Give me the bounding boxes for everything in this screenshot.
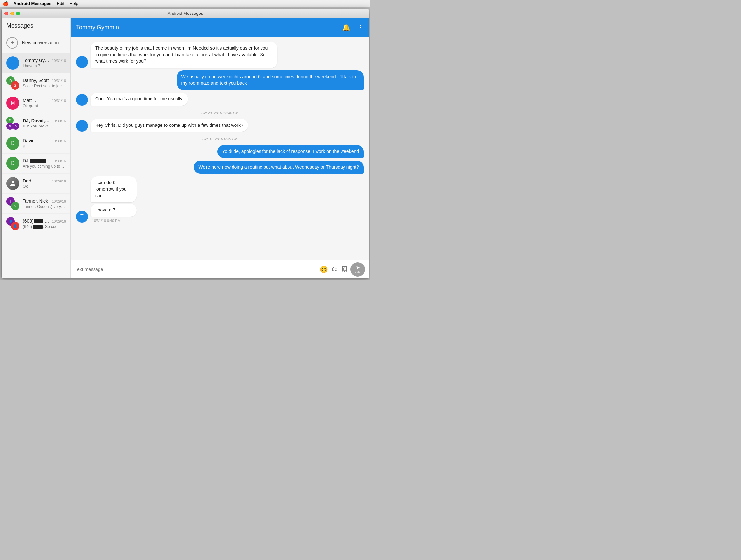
- avatar-matt: M: [6, 97, 19, 110]
- bubble-7b: I have a 7: [90, 203, 137, 217]
- conv-info-608-646: (608) (646)... 10/29/16 (646) : So cool!…: [23, 219, 66, 229]
- bubble-6: We're here now doing a routine but what …: [194, 161, 363, 174]
- bubble-1: The beauty of my job is that I come in w…: [90, 42, 277, 68]
- conv-preview-dad: Ok: [23, 184, 66, 189]
- msg-avatar-3: T: [76, 94, 88, 106]
- bubble-7a: I can do 6 tomorrow if you can: [90, 176, 137, 202]
- conv-item-dad[interactable]: Dad 10/29/16 Ok: [2, 174, 70, 194]
- conv-preview-david: K: [23, 144, 66, 148]
- conv-time-608-646: 10/29/16: [52, 220, 66, 223]
- message-row-2: We usually go on weeknights around 6, an…: [76, 70, 363, 90]
- redacted-matt: [33, 99, 50, 103]
- conv-preview-matt: Ok great: [23, 104, 66, 108]
- send-arrow-icon: ➤: [356, 265, 360, 270]
- conv-time-dj-david: 10/30/16: [52, 119, 66, 123]
- msg-meta-7: 10/31/16 6:40 PM: [90, 219, 162, 223]
- message-row-1: T The beauty of my job is that I come in…: [76, 42, 363, 68]
- window-titlebar: Android Messages: [2, 9, 369, 18]
- sidebar-more-icon[interactable]: ⋮: [60, 22, 66, 29]
- conv-info-matt: Matt 10/31/16 Ok great: [23, 98, 66, 108]
- msg-avatar-1: T: [76, 56, 88, 68]
- window-title: Android Messages: [167, 11, 203, 16]
- timestamp-2: Oct 31, 2016 6:39 PM: [76, 134, 363, 142]
- redacted-david: [36, 139, 50, 143]
- conv-preview-dj: Are you coming up today? I c...: [23, 164, 66, 169]
- messages-area: T The beauty of my job is that I come in…: [71, 37, 369, 260]
- input-area: 😊 🗂 🖼 ➤ SMS: [71, 260, 369, 278]
- message-row-7: T I can do 6 tomorrow if you can I have …: [76, 176, 363, 222]
- conv-name-tommy: Tommy Gymmin: [23, 58, 50, 63]
- send-label: SMS: [355, 271, 360, 273]
- conv-name-dj: DJ: [23, 158, 50, 164]
- conv-name-dj-david: DJ, David, (617) ...: [23, 118, 50, 123]
- conv-item-tanner-nick[interactable]: T N Tanner, Nick 10/29/16 Tanner: Ooooh …: [2, 194, 70, 214]
- conv-item-david[interactable]: D David 10/30/16 K: [2, 133, 70, 153]
- conv-info-dad: Dad 10/29/16 Ok: [23, 178, 66, 189]
- close-button[interactable]: [4, 11, 8, 15]
- conv-name-matt: Matt: [23, 98, 50, 103]
- avatar-dj: D: [6, 157, 19, 170]
- edit-menu[interactable]: Edit: [57, 1, 64, 6]
- app-body: Messages ⋮ + New conversation T Tommy Gy…: [2, 18, 369, 278]
- message-row-3: T Cool. Yea that's a good time for me us…: [76, 92, 363, 106]
- message-input[interactable]: [75, 267, 317, 272]
- bubble-2: We usually go on weeknights around 6, an…: [177, 70, 363, 90]
- bubble-5: Yo dude, apologies for the lack of respo…: [217, 145, 363, 158]
- send-button[interactable]: ➤ SMS: [350, 262, 365, 277]
- input-icons: 😊 🗂 🖼: [320, 265, 348, 273]
- av3-dj-david: D: [12, 123, 19, 130]
- minimize-button[interactable]: [10, 11, 14, 15]
- bubble-3: Cool. Yea that's a good time for me usua…: [90, 92, 188, 106]
- window-buttons: [4, 11, 20, 15]
- app-name-menu[interactable]: Android Messages: [13, 1, 52, 6]
- msg-avatar-4: T: [76, 120, 88, 132]
- new-conversation-button[interactable]: + New conversation: [2, 33, 70, 53]
- conv-info-danny-scott: Danny, Scott 10/31/16 Scott: Rent sent t…: [23, 78, 66, 88]
- message-row-5: Yo dude, apologies for the lack of respo…: [76, 145, 363, 158]
- maximize-button[interactable]: [16, 11, 20, 15]
- conv-item-danny-scott[interactable]: D S Danny, Scott 10/31/16 Scott: Rent se…: [2, 73, 70, 93]
- conv-item-matt[interactable]: M Matt 10/31/16 Ok great: [2, 93, 70, 113]
- conv-info-tommy: Tommy Gymmin 10/31/16 I have a 7: [23, 58, 66, 68]
- chat-header-icons: 🔔 ⋮: [342, 23, 363, 31]
- help-menu[interactable]: Help: [69, 1, 78, 6]
- chat-contact-name: Tommy Gymmin: [76, 24, 119, 31]
- conv-time-dad: 10/29/16: [52, 179, 66, 183]
- avatar-david: D: [6, 137, 19, 150]
- conv-name-dad: Dad: [23, 178, 50, 183]
- bubble-stack-7: I can do 6 tomorrow if you can I have a …: [90, 176, 162, 222]
- conv-info-david: David 10/30/16 K: [23, 138, 66, 148]
- conv-preview-tanner-nick: Tanner: Ooooh :) very cool: [23, 204, 66, 209]
- conv-preview-tommy: I have a 7: [23, 64, 66, 68]
- sidebar: Messages ⋮ + New conversation T Tommy Gy…: [2, 18, 71, 278]
- conv-info-tanner-nick: Tanner, Nick 10/29/16 Tanner: Ooooh :) v…: [23, 198, 66, 209]
- sidebar-header: Messages ⋮: [2, 18, 70, 33]
- redacted-608: [33, 220, 44, 223]
- conv-item-dj[interactable]: D DJ 10/30/16 Are you coming up today? I…: [2, 153, 70, 174]
- message-row-4: T Hey Chris. Did you guys manage to come…: [76, 119, 363, 132]
- av2-646: 👤: [11, 222, 19, 230]
- conv-item-608-646[interactable]: 👤 👤 (608) (646)... 10/29/16 (646) : So c…: [2, 214, 70, 234]
- sidebar-title: Messages: [6, 22, 33, 29]
- chat-panel: Tommy Gymmin 🔔 ⋮ T The beauty of my job …: [71, 18, 369, 278]
- conversation-list: T Tommy Gymmin 10/31/16 I have a 7 D S: [2, 53, 70, 278]
- notification-icon[interactable]: 🔔: [342, 23, 350, 31]
- avatar-dj-david: D D D: [6, 117, 19, 130]
- sticker-icon[interactable]: 🗂: [331, 265, 338, 273]
- conv-time-matt: 10/31/16: [52, 99, 66, 103]
- avatar-608-646: 👤 👤: [6, 217, 19, 230]
- conv-preview-dj-david: DJ: You rock!: [23, 124, 66, 128]
- conv-name-tanner-nick: Tanner, Nick: [23, 198, 50, 203]
- avatar-tommy: T: [6, 56, 19, 69]
- conv-info-dj: DJ 10/30/16 Are you coming up today? I c…: [23, 158, 66, 169]
- conv-preview-608-646: (646) : So cool!!: [23, 224, 66, 229]
- more-icon[interactable]: ⋮: [357, 23, 363, 31]
- emoji-icon[interactable]: 😊: [320, 265, 328, 273]
- image-icon[interactable]: 🖼: [341, 265, 348, 273]
- apple-icon: 🍎: [3, 1, 8, 6]
- conv-item-tommy[interactable]: T Tommy Gymmin 10/31/16 I have a 7: [2, 53, 70, 73]
- timestamp-1: Oct 29, 2016 12:40 PM: [76, 108, 363, 116]
- conv-item-dj-david[interactable]: D D D DJ, David, (617) ... 10/30/16 DJ: …: [2, 113, 70, 133]
- avatar-tanner-nick: T N: [6, 197, 19, 210]
- conv-info-dj-david: DJ, David, (617) ... 10/30/16 DJ: You ro…: [23, 118, 66, 128]
